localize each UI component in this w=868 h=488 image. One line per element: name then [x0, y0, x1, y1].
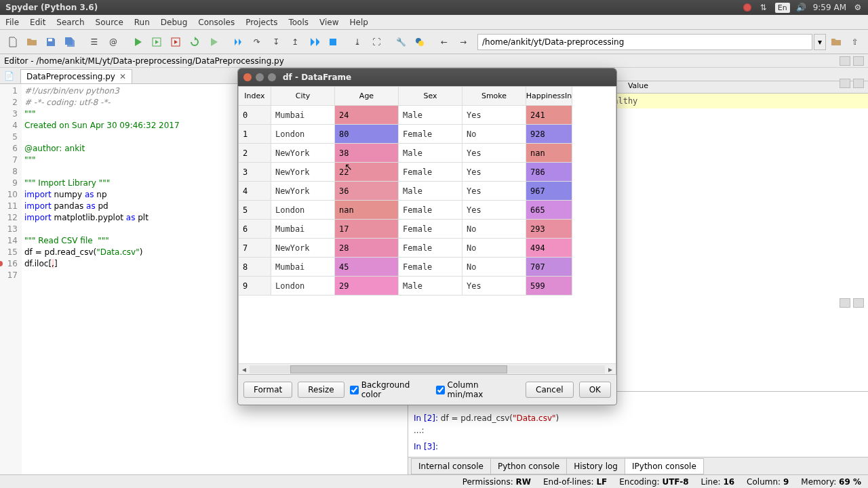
grid-cell[interactable]: Mumbai — [271, 106, 335, 125]
column-header[interactable]: Index — [239, 87, 271, 106]
grid-cell[interactable]: NewYork — [271, 163, 335, 182]
grid-cell[interactable]: 8 — [239, 258, 271, 277]
keyboard-layout[interactable]: En — [775, 3, 790, 13]
resize-button[interactable]: Resize — [298, 382, 344, 398]
maximize-icon[interactable]: ⛶ — [368, 33, 385, 51]
grid-cell[interactable]: 36 — [335, 182, 399, 201]
menu-help[interactable]: Help — [344, 16, 374, 28]
grid-cell[interactable]: Male — [399, 106, 462, 125]
menu-edit[interactable]: Edit — [24, 16, 51, 28]
grid-cell[interactable]: London — [271, 277, 335, 296]
dialog-close-icon[interactable] — [243, 73, 252, 81]
menu-projects[interactable]: Projects — [240, 16, 283, 28]
working-dir-input[interactable]: /home/ankit/yt/Data-preprocessing — [477, 34, 812, 50]
grid-cell[interactable]: nan — [335, 201, 399, 220]
grid-cell[interactable]: 293 — [526, 220, 572, 239]
grid-cell[interactable]: NewYork — [271, 182, 335, 201]
grid-cell[interactable]: NewYork — [271, 144, 335, 163]
console-tab-python-console[interactable]: Python console — [490, 458, 567, 474]
grid-cell[interactable]: 1 — [239, 125, 271, 144]
debug-step-into-icon[interactable]: ↧ — [267, 33, 285, 51]
bg-color-checkbox-input[interactable] — [350, 386, 359, 394]
grid-cell[interactable]: Female — [399, 220, 462, 239]
grid-cell[interactable]: Yes — [462, 106, 526, 125]
grid-cell[interactable]: 80 — [335, 125, 399, 144]
grid-cell[interactable]: 7 — [239, 239, 271, 258]
grid-cell[interactable]: 786 — [526, 163, 572, 182]
cancel-button[interactable]: Cancel — [526, 382, 574, 398]
cell-settings-icon[interactable]: ☰ — [85, 33, 103, 51]
grid-cell[interactable]: No — [462, 125, 526, 144]
menu-debug[interactable]: Debug — [155, 16, 193, 28]
close-tab-icon[interactable]: ✕ — [119, 72, 126, 81]
grid-cell[interactable]: Yes — [462, 182, 526, 201]
back-icon[interactable]: ← — [435, 33, 453, 51]
dialog-maximize-icon[interactable] — [268, 73, 276, 81]
column-header[interactable]: Smoke — [462, 87, 526, 106]
menu-view[interactable]: View — [314, 16, 344, 28]
clock[interactable]: 9:59 AM — [813, 3, 846, 12]
grid-cell[interactable]: Yes — [462, 201, 526, 220]
grid-cell[interactable]: No — [462, 239, 526, 258]
column-header[interactable]: City — [271, 87, 335, 106]
grid-cell[interactable]: 9 — [239, 277, 271, 296]
network-icon[interactable]: ⇅ — [759, 3, 768, 12]
grid-cell[interactable]: Yes — [462, 277, 526, 296]
grid-cell[interactable]: London — [271, 125, 335, 144]
parent-dir-icon[interactable]: ⇧ — [846, 33, 864, 51]
grid-cell[interactable]: nan — [526, 144, 572, 163]
forward-icon[interactable]: → — [454, 33, 472, 51]
run-cell-advance-icon[interactable] — [167, 33, 184, 51]
run-cell-icon[interactable] — [148, 33, 165, 51]
pane-undock-icon[interactable] — [840, 56, 850, 66]
grid-cell[interactable]: 22 — [335, 163, 399, 182]
console-tab-internal-console[interactable]: Internal console — [411, 458, 491, 474]
run-selection-icon[interactable] — [205, 33, 222, 51]
grid-cell[interactable]: 241 — [526, 106, 572, 125]
menu-file[interactable]: File — [0, 16, 24, 28]
menu-consoles[interactable]: Consoles — [193, 16, 240, 28]
grid-cell[interactable]: Female — [399, 201, 462, 220]
grid-cell[interactable]: Female — [399, 125, 462, 144]
column-header[interactable]: Age — [335, 87, 399, 106]
console-opts-gear-icon[interactable] — [853, 298, 864, 308]
path-dropdown-icon[interactable]: ▾ — [814, 34, 826, 50]
grid-cell[interactable]: No — [462, 258, 526, 277]
code-content[interactable]: #!/usr/bin/env python3# -*- coding: utf-… — [22, 84, 182, 474]
grid-cell[interactable]: Mumbai — [271, 258, 335, 277]
grid-cell[interactable]: 665 — [526, 201, 572, 220]
grid-cell[interactable]: 24 — [335, 106, 399, 125]
grid-cell[interactable]: Yes — [462, 144, 526, 163]
grid-cell[interactable]: 29 — [335, 277, 399, 296]
browse-dir-icon[interactable] — [827, 33, 845, 51]
console-tab-history-log[interactable]: History log — [566, 458, 625, 474]
run-icon[interactable] — [129, 33, 146, 51]
debug-stop-icon[interactable] — [324, 33, 342, 51]
grid-cell[interactable]: 17 — [335, 220, 399, 239]
open-file-icon[interactable] — [23, 33, 41, 51]
rerun-icon[interactable] — [186, 33, 203, 51]
debug-step-out-icon[interactable]: ↥ — [286, 33, 304, 51]
scrollbar-thumb[interactable] — [290, 365, 507, 373]
save-icon[interactable] — [42, 33, 60, 51]
format-button[interactable]: Format — [243, 382, 292, 398]
grid-cell[interactable]: Male — [399, 144, 462, 163]
grid-cell[interactable]: Female — [399, 258, 462, 277]
grid-cell[interactable]: Female — [399, 163, 462, 182]
grid-cell[interactable]: 2 — [239, 144, 271, 163]
grid-cell[interactable]: No — [462, 220, 526, 239]
grid-cell[interactable]: Male — [399, 277, 462, 296]
grid-cell[interactable]: Yes — [462, 163, 526, 182]
bg-color-checkbox[interactable]: Background color — [350, 380, 431, 399]
minmax-checkbox[interactable]: Column min/max — [436, 380, 515, 399]
grid-cell[interactable]: 0 — [239, 106, 271, 125]
minmax-checkbox-input[interactable] — [436, 386, 445, 394]
var-pane-close-icon[interactable] — [853, 79, 864, 88]
dialog-minimize-icon[interactable] — [256, 73, 264, 81]
menu-tools[interactable]: Tools — [283, 16, 314, 28]
editor-tab[interactable]: DataPreprocessing.py ✕ — [20, 69, 132, 83]
debug-step-over-icon[interactable]: ↷ — [248, 33, 266, 51]
ok-button[interactable]: OK — [579, 382, 611, 398]
debug-step-icon[interactable] — [229, 33, 247, 51]
scroll-left-icon[interactable]: ◂ — [239, 365, 250, 374]
